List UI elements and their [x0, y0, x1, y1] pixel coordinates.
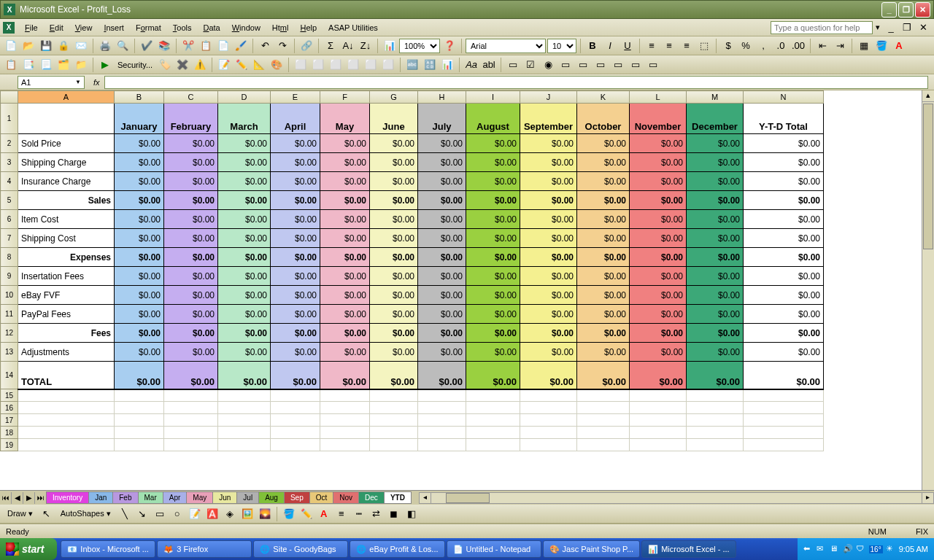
maximize-button[interactable]: ❐	[898, 2, 914, 18]
name-box[interactable]: A1▼	[18, 76, 85, 89]
dec-decimal-icon[interactable]: .00	[790, 38, 806, 54]
row-header-8[interactable]: 8	[1, 248, 18, 267]
formula-bar[interactable]	[104, 76, 928, 89]
cell-F1[interactable]: May	[320, 104, 370, 134]
tb2-icon[interactable]: ⬜	[363, 57, 379, 73]
col-header-N[interactable]: N	[744, 91, 824, 104]
tb2-icon[interactable]: ▭	[593, 57, 609, 73]
cell-C14[interactable]: $0.00	[164, 362, 218, 389]
save-icon[interactable]: 💾	[38, 38, 54, 54]
cell-M4[interactable]: $0.00	[687, 172, 744, 191]
sheet-tab-sep[interactable]: Sep	[284, 491, 310, 504]
col-header-I[interactable]: I	[466, 91, 520, 104]
cell-N17[interactable]	[744, 414, 824, 427]
shadow-icon[interactable]: ◼	[386, 506, 402, 522]
zoom-combo[interactable]: 100%	[399, 39, 440, 53]
cell-G4[interactable]: $0.00	[370, 172, 418, 191]
sheet-tab-ytd[interactable]: YTD	[384, 491, 412, 504]
sheet-tab-dec[interactable]: Dec	[358, 491, 385, 504]
cell-E6[interactable]: $0.00	[271, 210, 320, 229]
tb2-icon[interactable]: ⬜	[328, 57, 344, 73]
comma-icon[interactable]: ,	[755, 38, 771, 54]
cell-J9[interactable]: $0.00	[520, 267, 577, 286]
cell-L11[interactable]: $0.00	[630, 305, 687, 324]
menu-overflow[interactable]: ▾	[873, 21, 883, 34]
cell-G9[interactable]: $0.00	[370, 267, 418, 286]
cell-G5[interactable]: $0.00	[370, 191, 418, 210]
clipart-icon[interactable]: 🖼️	[239, 506, 255, 522]
research-icon[interactable]: 📚	[156, 38, 172, 54]
cell-H5[interactable]: $0.00	[418, 191, 466, 210]
cell-D6[interactable]: $0.00	[218, 210, 271, 229]
cell-F10[interactable]: $0.00	[320, 286, 370, 305]
row-header-16[interactable]: 16	[1, 402, 18, 414]
cell-A9[interactable]: Insertation Fees	[18, 267, 115, 286]
sheet-tab-jan[interactable]: Jan	[88, 491, 113, 504]
cell-D2[interactable]: $0.00	[218, 134, 271, 153]
arrow-icon[interactable]: ↘	[134, 506, 150, 522]
cell-E19[interactable]	[271, 439, 320, 451]
cell-K15[interactable]	[577, 389, 630, 402]
menu-window[interactable]: Window	[226, 22, 266, 34]
paste-icon[interactable]: 📄	[215, 38, 231, 54]
cell-C17[interactable]	[164, 414, 218, 427]
cell-N10[interactable]: $0.00	[744, 286, 824, 305]
sheet-tab-oct[interactable]: Oct	[309, 491, 334, 504]
underline-button[interactable]: U	[620, 38, 636, 54]
cell-G10[interactable]: $0.00	[370, 286, 418, 305]
arrow-style-icon[interactable]: ⇄	[368, 506, 385, 522]
row-header-6[interactable]: 6	[1, 210, 18, 229]
tb2-icon[interactable]: ▭	[557, 57, 574, 73]
3d-icon[interactable]: ◧	[404, 506, 420, 522]
cell-E14[interactable]: $0.00	[271, 362, 320, 389]
close-button[interactable]: ✕	[915, 2, 930, 18]
cell-G15[interactable]	[370, 389, 418, 402]
tab-nav-next[interactable]: ▶	[23, 492, 35, 504]
cell-N8[interactable]: $0.00	[744, 248, 824, 267]
cell-A7[interactable]: Shipping Cost	[18, 229, 115, 248]
cell-H9[interactable]: $0.00	[418, 267, 466, 286]
line-color-icon[interactable]: ✏️	[298, 506, 314, 522]
cell-B17[interactable]	[115, 414, 164, 427]
cell-I7[interactable]: $0.00	[466, 229, 520, 248]
cell-B8[interactable]: $0.00	[115, 248, 164, 267]
cell-J11[interactable]: $0.00	[520, 305, 577, 324]
cell-F8[interactable]: $0.00	[320, 248, 370, 267]
cell-F15[interactable]	[320, 389, 370, 402]
doc-restore-button[interactable]: ❐	[899, 20, 915, 36]
cell-H16[interactable]	[418, 402, 466, 414]
cell-I19[interactable]	[466, 439, 520, 451]
cell-N3[interactable]: $0.00	[744, 153, 824, 172]
cell-I5[interactable]: $0.00	[466, 191, 520, 210]
cell-L1[interactable]: November	[630, 104, 687, 134]
cell-F6[interactable]: $0.00	[320, 210, 370, 229]
cell-L15[interactable]	[630, 389, 687, 402]
col-header-G[interactable]: G	[370, 91, 418, 104]
tb2-icon[interactable]: 📁	[73, 57, 89, 73]
cell-K5[interactable]: $0.00	[577, 191, 630, 210]
menu-insert[interactable]: Insert	[98, 22, 130, 34]
tray-icon[interactable]: 🔊	[843, 544, 853, 554]
cell-C1[interactable]: February	[164, 104, 218, 134]
cell-J18[interactable]	[520, 427, 577, 439]
col-header-K[interactable]: K	[577, 91, 630, 104]
col-header-J[interactable]: J	[520, 91, 577, 104]
tb2-icon[interactable]: 📃	[38, 57, 54, 73]
cell-B7[interactable]: $0.00	[115, 229, 164, 248]
cell-E1[interactable]: April	[271, 104, 320, 134]
fontsize-combo[interactable]: 10	[547, 39, 576, 53]
cell-K16[interactable]	[577, 402, 630, 414]
inc-decimal-icon[interactable]: .0	[773, 38, 789, 54]
cell-I16[interactable]	[466, 402, 520, 414]
cell-H19[interactable]	[418, 439, 466, 451]
cell-A18[interactable]	[18, 427, 115, 439]
borders-icon[interactable]: ▦	[856, 38, 872, 54]
oval-icon[interactable]: ○	[169, 506, 185, 522]
cell-A19[interactable]	[18, 439, 115, 451]
cell-N6[interactable]: $0.00	[744, 210, 824, 229]
cell-M15[interactable]	[687, 389, 744, 402]
col-header-H[interactable]: H	[418, 91, 466, 104]
cell-G6[interactable]: $0.00	[370, 210, 418, 229]
tb2-icon[interactable]: ✏️	[234, 57, 250, 73]
cell-E10[interactable]: $0.00	[271, 286, 320, 305]
